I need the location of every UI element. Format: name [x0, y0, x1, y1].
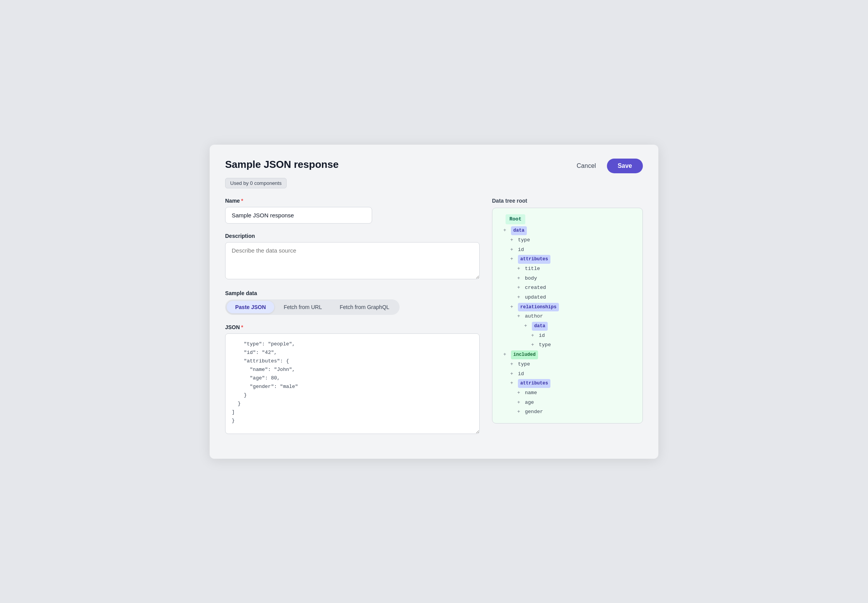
- tree-tag: data: [511, 226, 527, 235]
- tree-node: +data: [496, 321, 639, 331]
- tree-expand-icon[interactable]: +: [517, 398, 523, 408]
- tree-expand-icon[interactable]: +: [503, 350, 509, 360]
- tree-nodes: +data+type+id+attributes+title+body+crea…: [496, 226, 639, 417]
- tree-leaf-text: name: [525, 388, 537, 398]
- description-textarea[interactable]: [225, 242, 480, 279]
- tree-node: +type: [496, 340, 639, 350]
- name-input[interactable]: [225, 207, 372, 224]
- tab-fetch-graphql[interactable]: Fetch from GraphQL: [331, 301, 398, 313]
- tree-expand-icon[interactable]: +: [517, 388, 523, 398]
- cancel-button[interactable]: Cancel: [572, 159, 601, 173]
- tree-leaf-text: created: [525, 283, 546, 293]
- tree-root-node: Root: [496, 214, 639, 226]
- tree-leaf-text: gender: [525, 407, 543, 417]
- tree-expand-icon[interactable]: +: [517, 283, 523, 293]
- tree-tag: included: [511, 350, 538, 359]
- tree-node: +id: [496, 369, 639, 379]
- tree-node: +included: [496, 350, 639, 360]
- tree-leaf-text: id: [539, 331, 545, 341]
- tree-node: +attributes: [496, 255, 639, 264]
- sample-data-group: Sample data Paste JSON Fetch from URL Fe…: [225, 290, 480, 315]
- tree-expand-icon[interactable]: +: [510, 245, 516, 255]
- tree-node: +name: [496, 388, 639, 398]
- tree-leaf-text: id: [518, 245, 524, 255]
- json-textarea[interactable]: "type": "people", "id": "42", "attribute…: [225, 333, 480, 434]
- tree-tag: attributes: [518, 255, 550, 264]
- tree-node: +author: [496, 312, 639, 321]
- tree-expand-icon[interactable]: +: [517, 312, 523, 321]
- left-panel: Name* Description Sample data Paste JSON…: [225, 198, 480, 445]
- tree-node: +type: [496, 236, 639, 245]
- main-content: Name* Description Sample data Paste JSON…: [225, 198, 643, 445]
- tree-tag: data: [532, 322, 548, 331]
- tree-expand-icon[interactable]: +: [510, 236, 516, 245]
- save-button[interactable]: Save: [607, 159, 643, 173]
- sample-data-tabs: Paste JSON Fetch from URL Fetch from Gra…: [225, 299, 400, 315]
- data-tree-container: Root +data+type+id+attributes+title+body…: [492, 208, 643, 424]
- tree-leaf-text: updated: [525, 293, 546, 302]
- tree-leaf-text: type: [518, 360, 530, 369]
- tree-node: +id: [496, 245, 639, 255]
- tree-leaf-text: body: [525, 274, 537, 284]
- tree-expand-icon[interactable]: +: [517, 293, 523, 302]
- tree-node: +updated: [496, 293, 639, 302]
- tree-leaf-text: type: [539, 340, 551, 350]
- tree-tag: attributes: [518, 379, 550, 388]
- tree-node: +created: [496, 283, 639, 293]
- tree-node: +data: [496, 226, 639, 236]
- json-label: JSON*: [225, 324, 480, 330]
- tree-expand-icon[interactable]: +: [503, 226, 509, 236]
- description-field-group: Description: [225, 233, 480, 281]
- tab-fetch-url[interactable]: Fetch from URL: [275, 301, 330, 313]
- tree-node: +type: [496, 360, 639, 369]
- tree-leaf-text: age: [525, 398, 534, 408]
- tree-expand-icon[interactable]: +: [524, 321, 530, 331]
- root-tag: Root: [506, 214, 525, 225]
- tree-node: +body: [496, 274, 639, 284]
- tree-expand-icon[interactable]: +: [510, 379, 516, 388]
- tree-expand-icon[interactable]: +: [517, 407, 523, 417]
- json-required-marker: *: [241, 324, 243, 330]
- tree-expand-icon[interactable]: +: [510, 360, 516, 369]
- modal-container: Sample JSON response Cancel Save Used by…: [210, 145, 658, 459]
- tree-leaf-text: author: [525, 312, 543, 321]
- tree-expand-icon[interactable]: +: [510, 302, 516, 312]
- description-label: Description: [225, 233, 480, 239]
- tree-leaf-text: title: [525, 264, 540, 274]
- header-actions: Cancel Save: [572, 159, 643, 173]
- tree-node: +attributes: [496, 379, 639, 388]
- tree-expand-icon[interactable]: +: [531, 331, 537, 341]
- data-tree-label: Data tree root: [492, 198, 643, 204]
- tab-paste-json[interactable]: Paste JSON: [227, 301, 274, 313]
- tree-node: +relationships: [496, 302, 639, 312]
- tree-node: +age: [496, 398, 639, 408]
- tree-expand-icon[interactable]: +: [510, 369, 516, 379]
- tree-node: +title: [496, 264, 639, 274]
- used-by-badge: Used by 0 components: [225, 178, 287, 188]
- json-field-group: JSON* "type": "people", "id": "42", "att…: [225, 324, 480, 436]
- right-panel: Data tree root Root +data+type+id+attrib…: [492, 198, 643, 445]
- name-label: Name*: [225, 198, 480, 204]
- tree-leaf-text: type: [518, 236, 530, 245]
- modal-title: Sample JSON response: [225, 159, 338, 171]
- tree-node: +gender: [496, 407, 639, 417]
- tree-expand-icon[interactable]: +: [510, 255, 516, 264]
- tree-expand-icon[interactable]: +: [517, 264, 523, 274]
- tree-node: +id: [496, 331, 639, 341]
- tree-tag: relationships: [518, 303, 559, 312]
- name-field-group: Name*: [225, 198, 480, 224]
- tree-leaf-text: id: [518, 369, 524, 379]
- sample-data-label: Sample data: [225, 290, 480, 296]
- modal-header: Sample JSON response Cancel Save: [225, 159, 643, 173]
- tree-expand-icon[interactable]: +: [517, 274, 523, 284]
- tree-expand-icon[interactable]: +: [531, 340, 537, 350]
- name-required-marker: *: [241, 198, 243, 204]
